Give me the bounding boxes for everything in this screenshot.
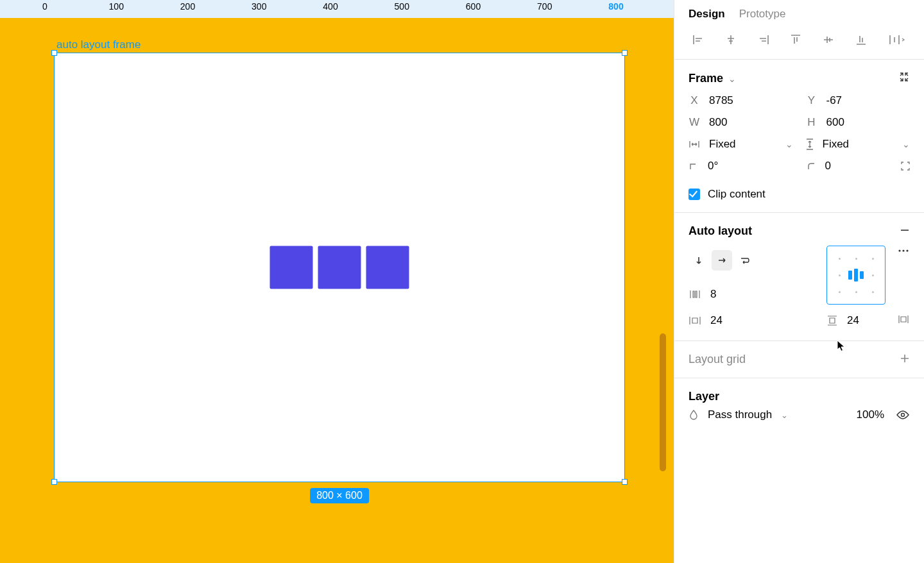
frame-children: [270, 246, 409, 289]
svg-point-3: [902, 414, 905, 417]
blend-mode-icon: [689, 409, 699, 421]
resize-handle-bottom-right[interactable]: [622, 479, 628, 485]
w-input[interactable]: 800: [709, 116, 793, 129]
frame-section-header: Frame ⌄: [674, 60, 924, 92]
ruler-tick: 600: [466, 1, 481, 12]
layout-grid-section: Layout grid: [674, 341, 924, 378]
v-sizing-icon: [806, 139, 814, 150]
item-spacing-input[interactable]: 8: [710, 288, 716, 301]
rectangle[interactable]: [270, 246, 313, 289]
resize-handle-bottom-left[interactable]: [51, 479, 57, 485]
ruler-tick: 300: [252, 1, 266, 12]
layout-grid-title: Layout grid: [689, 353, 746, 366]
svg-point-0: [898, 249, 900, 251]
w-label: W: [689, 116, 700, 129]
direction-vertical-button[interactable]: [689, 250, 709, 271]
padding-h-icon: [689, 315, 701, 326]
chevron-down-icon: ⌄: [728, 74, 736, 84]
selection-size-badge: 800 × 600: [310, 488, 369, 503]
ruler-tick: 100: [109, 1, 124, 12]
rectangle[interactable]: [366, 246, 409, 289]
x-label: X: [689, 94, 700, 107]
auto-layout-section-header: Auto layout: [674, 213, 924, 242]
corner-radius-icon: [806, 161, 816, 171]
direction-controls: [689, 250, 815, 271]
tab-prototype[interactable]: Prototype: [739, 8, 786, 21]
mouse-cursor: [837, 340, 846, 353]
y-input[interactable]: -67: [826, 94, 911, 107]
layer-body: Pass through ⌄ 100%: [674, 406, 924, 434]
chevron-down-icon: ⌄: [781, 410, 788, 420]
h-label: H: [806, 116, 817, 129]
ruler-tick: 500: [395, 1, 409, 12]
visibility-icon[interactable]: [896, 410, 910, 420]
ruler-tick: 400: [323, 1, 338, 12]
padding-v-input[interactable]: 24: [847, 314, 859, 327]
auto-layout-body: 8 24 24: [674, 242, 924, 341]
align-left-button[interactable]: [689, 32, 708, 47]
design-panel: Design Prototype Frame ⌄ X8785 Y-67 W800…: [674, 0, 924, 563]
y-label: Y: [806, 94, 817, 107]
tab-design[interactable]: Design: [689, 8, 725, 21]
ruler-tick: 0: [42, 1, 47, 12]
rotation-input[interactable]: 0°: [708, 160, 793, 172]
rectangle[interactable]: [318, 246, 361, 289]
chevron-down-icon: ⌄: [902, 139, 910, 149]
auto-layout-title: Auto layout: [689, 224, 752, 238]
h-input[interactable]: 600: [826, 116, 911, 129]
layer-title: Layer: [689, 390, 719, 403]
clip-content-row[interactable]: Clip content: [674, 184, 924, 213]
direction-horizontal-button[interactable]: [712, 250, 732, 271]
alignment-controls: [674, 26, 924, 60]
ruler-tick: 800: [608, 1, 623, 12]
align-v-center-button[interactable]: [819, 32, 838, 47]
blend-mode-select[interactable]: Pass through: [708, 408, 772, 421]
horizontal-ruler: 0100200300400500600700800: [0, 0, 674, 18]
add-layout-grid-button[interactable]: [900, 353, 910, 366]
layer-section-header: Layer: [674, 378, 924, 406]
resize-handle-top-left[interactable]: [51, 50, 57, 56]
alignment-grid[interactable]: [826, 246, 886, 305]
chevron-down-icon: ⌄: [785, 139, 793, 149]
align-top-button[interactable]: [786, 32, 805, 47]
v-sizing-select[interactable]: Fixed: [823, 138, 891, 151]
x-input[interactable]: 8785: [709, 94, 793, 107]
align-h-center-button[interactable]: [721, 32, 740, 47]
ruler-tick: 700: [537, 1, 552, 12]
direction-wrap-button[interactable]: [735, 250, 755, 271]
ruler-tick: 200: [180, 1, 195, 12]
individual-padding-button[interactable]: [897, 314, 910, 328]
canvas[interactable]: 0100200300400500600700800 auto layout fr…: [0, 0, 674, 563]
h-sizing-select[interactable]: Fixed: [709, 138, 774, 151]
panel-tabs: Design Prototype: [674, 0, 924, 26]
svg-point-1: [902, 249, 904, 251]
opacity-input[interactable]: 100%: [857, 408, 884, 421]
frame-properties: X8785 Y-67 W800 H600 Fixed ⌄ Fixed ⌄ 0° …: [674, 92, 924, 184]
rotation-icon: [689, 161, 699, 171]
remove-auto-layout-button[interactable]: [900, 225, 910, 238]
individual-corners-icon[interactable]: [900, 160, 911, 172]
auto-layout-more-button[interactable]: [897, 246, 910, 258]
align-right-button[interactable]: [754, 32, 773, 47]
padding-h-input[interactable]: 24: [710, 314, 723, 327]
svg-point-2: [906, 249, 908, 251]
distribute-button[interactable]: [884, 32, 910, 47]
frame-title[interactable]: Frame ⌄: [689, 72, 736, 85]
clip-content-label: Clip content: [708, 188, 766, 201]
corner-radius-input[interactable]: 0: [825, 160, 911, 172]
resize-handle-top-right[interactable]: [622, 50, 628, 56]
selected-frame[interactable]: 800 × 600: [54, 53, 625, 482]
canvas-scrollbar[interactable]: [660, 333, 666, 471]
align-bottom-button[interactable]: [851, 32, 871, 47]
h-sizing-icon: [689, 140, 700, 149]
padding-v-icon: [826, 315, 838, 326]
clip-content-checkbox[interactable]: [689, 189, 700, 200]
frame-label[interactable]: auto layout frame: [56, 38, 141, 51]
resize-to-fit-button[interactable]: [898, 71, 910, 85]
item-spacing-icon: [689, 289, 701, 299]
